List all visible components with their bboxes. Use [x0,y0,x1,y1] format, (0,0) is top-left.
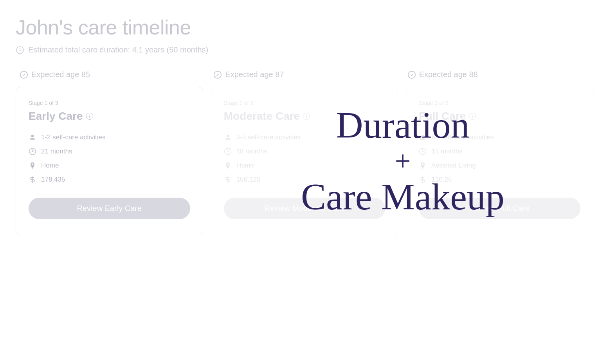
clock-icon-1 [224,148,232,155]
page-title: John's care timeline [16,16,593,39]
card-3-title: Full Care i [419,110,580,123]
pin-icon-0 [29,162,36,169]
age-label-2: Expected age 88 [419,70,478,79]
age-label-0: Expected age 85 [31,70,90,79]
card-1-details: 1-2 self-care activities 21 months Home [29,133,190,184]
card-1-duration: 21 months [29,148,190,155]
card-full-care: Stage 3 of 3 Full Care i 6+ self-care ac… [406,87,593,235]
cards-wrapper: Stage 1 of 3 Early Care i 1-2 self-care … [16,87,593,235]
subtitle-text: Estimated total care duration: 4.1 years… [28,45,208,54]
card-1-cost: 178,435 [29,176,190,184]
person-icon-1 [224,133,232,141]
info-icon-2: i [469,113,476,120]
card-3-details: 6+ self-care activities 11 months Assist… [419,133,580,184]
review-early-care-button[interactable]: Review Early Care [29,198,190,219]
info-icon-1: i [303,113,310,120]
card-early-care: Stage 1 of 3 Early Care i 1-2 self-care … [16,87,203,235]
card-2-details: 3-5 self-care activities 18 months Home [224,133,386,184]
person-icon-0 [29,133,36,141]
pin-icon-1 [224,162,232,169]
card-2-activities: 3-5 self-care activities [224,133,386,141]
age-label-1: Expected age 87 [225,70,284,79]
card-3-location: Assisted Living [419,162,580,169]
dollar-icon-2 [419,176,427,184]
info-icon-0: i [86,113,93,120]
card-3-cost: 110,25 [419,176,580,184]
check-icon-1 [213,70,222,79]
age-badge-1: Expected age 87 [213,70,399,79]
card-2-duration: 18 months [224,148,386,155]
dollar-icon-0 [29,176,36,184]
card-moderate-care: Stage 2 of 3 Moderate Care i 3-5 self-ca… [211,87,398,235]
card-1-location: Home [29,162,190,169]
card-3-stage: Stage 3 of 3 [419,100,580,106]
check-icon-2 [407,70,416,79]
subtitle-row: Estimated total care duration: 4.1 years… [16,45,593,54]
card-3-activities: 6+ self-care activities [419,133,580,141]
cards-row: Stage 1 of 3 Early Care i 1-2 self-care … [16,87,593,235]
review-full-care-button[interactable]: Review Full Care [419,198,580,219]
card-2-location: Home [224,162,386,169]
age-row: Expected age 85 Expected age 87 Expected… [16,70,593,79]
card-1-title: Early Care i [29,110,190,123]
card-2-cost: 156,120 [224,176,386,184]
age-badge-2: Expected age 88 [407,70,593,79]
clock-icon-2 [419,148,427,155]
pin-icon-2 [419,162,427,169]
card-1-activities: 1-2 self-care activities [29,133,190,141]
person-icon-2 [419,133,427,141]
card-1-stage: Stage 1 of 3 [29,100,190,106]
age-badge-0: Expected age 85 [20,70,205,79]
card-2-stage: Stage 2 of 3 [224,100,386,106]
card-2-title: Moderate Care i [224,110,386,123]
check-icon-0 [20,70,28,79]
card-3-duration: 11 months [419,148,580,155]
dollar-icon-1 [224,176,232,184]
clock-icon-0 [29,148,36,155]
clock-icon [16,46,24,54]
review-moderate-care-button[interactable]: Review Moderate Care [224,198,386,219]
